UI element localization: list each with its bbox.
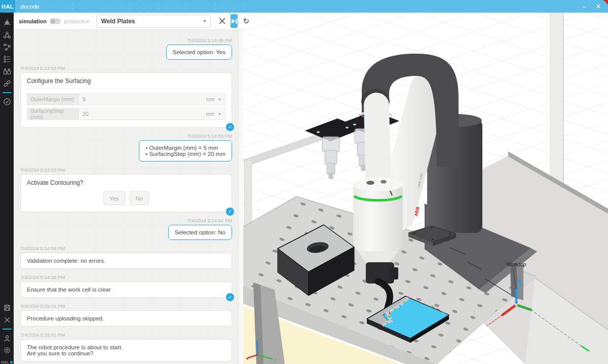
sidebar-bottom-icons (0, 302, 14, 358)
form-message-card: Configure the SurfacingOuterMargin (mm)5… (20, 72, 232, 128)
chat-message: 7/4/2024 5:15:01 PMThe robot procedure i… (20, 332, 232, 361)
corner-sliver (603, 0, 608, 5)
system-message-card: Ensure that the work cell is clear✓ (20, 281, 232, 298)
save-icon (3, 304, 11, 312)
sidebar-top-icons (0, 13, 14, 108)
message-timestamp: 7/4/2024 5:14:49 PM (20, 37, 232, 43)
user-icon (3, 334, 11, 342)
stop-button[interactable] (218, 15, 226, 27)
chevron-down-icon: ▼ (218, 112, 221, 116)
chat-message: 7/4/2024 5:14:58 PMValidation complete: … (20, 246, 232, 269)
mode-toggle[interactable] (50, 18, 61, 24)
card-text: The robot procedure is about to start. (27, 344, 225, 350)
simulation-mode-label: simulation (19, 18, 47, 24)
message-timestamp: 7/4/2024 5:14:53 PM (20, 133, 232, 139)
sidebar-save-icon[interactable] (0, 302, 14, 314)
titlebar-dots-pattern (48, 2, 261, 11)
chat-panel[interactable]: 7/4/2024 5:14:49 PMSelected option: Yes7… (14, 30, 243, 364)
system-message-card: Validation complete: no errors. (20, 253, 232, 269)
sidebar-connect-icon[interactable] (0, 77, 14, 90)
chat-message: 7/4/2024 5:14:53 PMActivate Contouring?Y… (20, 167, 232, 212)
sidebar-nodes-icon[interactable] (0, 29, 14, 41)
refresh-button[interactable]: ↻ (243, 17, 249, 25)
message-timestamp: 7/4/2024 5:14:58 PM (20, 246, 232, 251)
active-section-indicator (3, 92, 12, 93)
worktop-label: Worktop (507, 261, 526, 267)
status-dot (10, 361, 13, 363)
field-unit: mm (206, 97, 214, 102)
user-message-bubble: Selected option: Yes (166, 45, 232, 60)
machines-icon (3, 67, 11, 75)
chat-message: 7/4/2024 5:14:54 PMSelected option: No (20, 218, 232, 240)
sidebar-workflow-icon[interactable] (0, 41, 14, 53)
yes-button[interactable]: Yes (103, 191, 125, 205)
field-unit: mm (206, 111, 214, 117)
left-sidebar: HAL (0, 13, 14, 364)
workflow-icon (3, 43, 11, 51)
minimize-button[interactable]: – (577, 0, 592, 13)
production-mode-label: production (64, 18, 90, 24)
field-value: 20 (83, 111, 206, 117)
steps-icon (3, 55, 11, 63)
history-icon (3, 98, 11, 106)
window-title: decode (20, 0, 40, 13)
sidebar-steps-icon[interactable] (0, 53, 14, 65)
chat-scrollbar[interactable] (239, 30, 243, 364)
sidebar-history-icon[interactable] (0, 96, 14, 108)
title-bar: HAL decode – ✕ (0, 0, 608, 13)
field-label: OuterMargin (mm) (27, 93, 79, 105)
toggle-knob (50, 19, 55, 24)
sidebar-frames-icon[interactable] (0, 17, 14, 29)
field-input[interactable]: 5mm▼ (79, 93, 225, 105)
field-label: SurfacingStep (mm) (27, 108, 79, 120)
sidebar-footer-logo: HAL (1, 360, 12, 364)
card-text: Procedure uploading skipped. (27, 315, 225, 321)
user-message-bubble: Selected option: No (168, 225, 232, 240)
system-message-card: Procedure uploading skipped. (20, 310, 232, 327)
chat-message: 7/4/2024 5:15:01 PMProcedure uploading s… (20, 303, 232, 327)
connect-icon (3, 79, 11, 88)
viewport-3d[interactable]: ABB CRB 1300 (243, 13, 608, 364)
check-badge: ✓ (226, 293, 234, 301)
message-timestamp: 7/4/2024 5:15:01 PM (20, 332, 232, 338)
program-selector[interactable]: Weld Plates ▼ (96, 15, 211, 28)
chevron-down-icon: ▼ (218, 98, 221, 101)
robot-forearm (376, 105, 378, 185)
card-title: Activate Contouring? (27, 179, 225, 186)
chevron-down-icon: ▼ (203, 19, 206, 23)
sidebar-settings-icon[interactable] (0, 344, 14, 356)
cell-frame-post-right (550, 13, 563, 183)
card-text: Are you sure to continue? (27, 350, 225, 356)
message-timestamp: 7/4/2024 5:15:01 PM (20, 303, 232, 309)
no-button[interactable]: No (130, 191, 149, 205)
chat-message-list: 7/4/2024 5:14:49 PMSelected option: Yes7… (14, 30, 239, 364)
question-message-card: Activate Contouring?YesNo✓ (20, 174, 232, 212)
chat-message: 7/4/2024 5:14:53 PM• OuterMargin (mm) = … (20, 133, 232, 161)
nodes-icon (3, 31, 11, 39)
close-icon (218, 17, 226, 25)
sidebar-machines-icon[interactable] (0, 65, 14, 77)
frame-marker-dot (518, 280, 521, 284)
chat-message: 7/4/2024 5:14:59 PMEnsure that the work … (20, 274, 232, 298)
field-value: 5 (83, 96, 206, 102)
chat-message: 7/4/2024 5:14:49 PMSelected option: Yes (20, 37, 232, 60)
close-icon (3, 316, 11, 324)
sidebar-user-icon[interactable] (0, 332, 14, 344)
resume-button[interactable] (231, 14, 238, 28)
card-title: Configure the Surfacing (27, 77, 225, 89)
question-buttons: YesNo (27, 191, 225, 205)
play-skip-icon (231, 18, 238, 25)
message-timestamp: 7/4/2024 5:14:50 PM (20, 65, 232, 71)
field-input[interactable]: 20mm▼ (79, 108, 225, 120)
settings-icon (3, 346, 11, 354)
application-window: HAL decode – ✕ HAL simulation production… (0, 0, 608, 364)
axis-y-label: y (274, 357, 277, 362)
chat-message: 7/4/2024 5:14:50 PMConfigure the Surfaci… (20, 65, 232, 128)
sidebar-close-icon[interactable] (0, 314, 14, 326)
card-text: Validation complete: no errors. (27, 258, 225, 264)
chat-toolbar: simulation production Weld Plates ▼ ↻ (14, 13, 243, 30)
form-row: OuterMargin (mm)5mm▼ (27, 93, 225, 105)
active-section-indicator (3, 329, 12, 330)
check-badge: ✓ (226, 208, 234, 216)
hal-logo: HAL (0, 0, 15, 13)
